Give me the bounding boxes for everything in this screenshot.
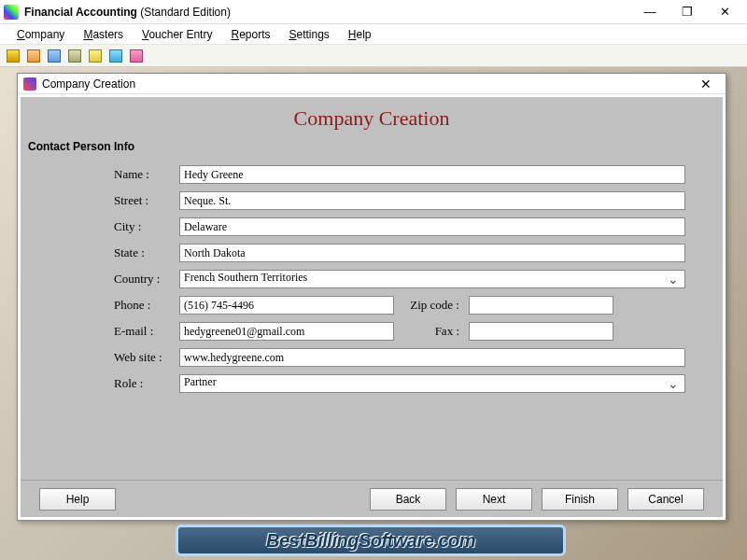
label-email: E-mail : [58,324,179,339]
label-state: State : [58,245,179,260]
street-field[interactable] [179,191,685,210]
dialog-button-bar: Help Back Next Finish Cancel [21,480,723,517]
label-phone: Phone : [58,298,179,313]
zip-field[interactable] [469,296,613,315]
menubar: Company Masters Voucher Entry Reports Se… [0,24,747,45]
tool-tag-icon[interactable] [86,47,105,65]
dialog-titlebar: Company Creation ✕ [18,74,726,94]
tool-save-icon[interactable] [45,47,63,65]
label-fax: Fax : [394,324,469,339]
app-title: Financial Accounting (Standard Edition) [24,6,631,19]
form-area: Name : Street : City : State : Country :… [21,157,723,480]
app-icon [4,5,19,20]
back-button[interactable]: Back [370,488,446,511]
tool-edit-icon[interactable] [24,47,43,65]
close-button[interactable]: ✕ [706,0,743,24]
tool-doc-icon[interactable] [106,47,125,65]
finish-button[interactable]: Finish [542,488,618,511]
label-name: Name : [58,167,179,182]
next-button[interactable]: Next [456,488,532,511]
email-field[interactable] [179,322,394,341]
cancel-button[interactable]: Cancel [627,488,704,511]
dialog-heading: Company Creation [21,97,723,138]
maximize-button[interactable]: ❐ [669,0,706,24]
main-titlebar: Financial Accounting (Standard Edition) … [0,0,747,24]
label-country: Country : [58,272,179,287]
menu-masters[interactable]: Masters [74,26,133,43]
menu-voucher[interactable]: Voucher Entry [133,26,221,43]
toolbar [0,45,747,67]
help-button[interactable]: Help [39,488,116,511]
company-creation-dialog: Company Creation ✕ Company Creation Cont… [17,73,726,521]
dialog-close-button[interactable]: ✕ [692,75,720,93]
label-website: Web site : [58,350,179,365]
fax-field[interactable] [469,322,613,341]
dialog-icon [23,77,36,91]
banner: BestBillingSoftware.com [176,525,566,556]
phone-field[interactable] [179,296,394,315]
label-role: Role : [58,376,179,391]
tool-chart-icon[interactable] [127,47,146,65]
country-select[interactable]: French Southern Territories [179,270,685,288]
label-street: Street : [58,193,179,208]
website-field[interactable] [179,348,685,367]
dialog-title: Company Creation [42,77,692,91]
section-contact-person: Contact Person Info [21,138,723,157]
role-select[interactable]: Partner [179,374,685,393]
menu-reports[interactable]: Reports [221,26,279,43]
menu-settings[interactable]: Settings [279,26,338,43]
tool-balance-icon[interactable] [65,47,84,65]
tool-new-icon[interactable] [4,47,22,65]
name-field[interactable] [179,165,685,184]
label-city: City : [58,219,179,234]
menu-help[interactable]: Help [339,26,381,43]
state-field[interactable] [179,244,685,262]
menu-company[interactable]: Company [7,26,74,43]
city-field[interactable] [179,217,685,236]
minimize-button[interactable]: — [631,0,669,24]
label-zip: Zip code : [394,298,469,313]
